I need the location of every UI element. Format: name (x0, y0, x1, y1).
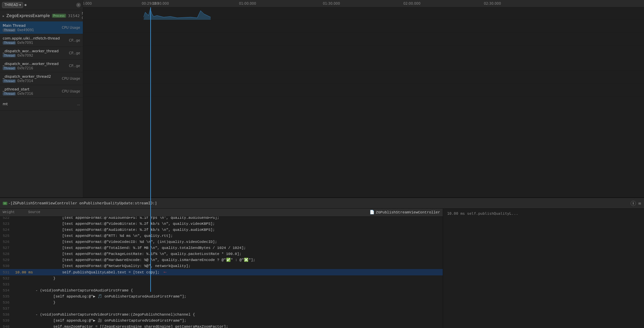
code-row: 522 [text appendFormat:@"AudioSendFPS: %… (0, 217, 443, 221)
thread-item-3[interactable]: _dispatch_wor...worker_thread Thread 0xf… (0, 60, 83, 72)
thread-name-0: Main Thread (3, 23, 62, 28)
code-row: 530 [text appendFormat:@"NetworkQuality:… (0, 263, 443, 269)
code-line-number: 527 (0, 245, 12, 251)
code-source: [self appendLog:@"▶ 🎵 onPublisherCapture… (36, 293, 443, 300)
code-row: 53110.00 ms self.publishQualityLabel.tex… (0, 269, 443, 275)
bottom-area: M -[ZGPublishStreamViewController onPubl… (0, 197, 644, 328)
col-source-header: Source (28, 209, 40, 215)
track-row-5 (83, 71, 644, 84)
thread-item-4[interactable]: _dispatch_worker_thread2 Thread 0xfe7314… (0, 72, 83, 85)
time-mark-3: 01:00.000 (239, 2, 256, 5)
thread-name-5: _pthread_start (3, 87, 62, 91)
code-row: 529 [text appendFormat:@"HardwareEncode:… (0, 257, 443, 263)
code-row: 536 } (0, 300, 443, 306)
thread-name-2: _dispatch_wor...worker_thread (3, 49, 69, 53)
process-name: ZegoExpressExample (6, 13, 50, 18)
thread-info-6: mt (3, 102, 77, 106)
file-tab: 📄 ZGPublishStreamViewController (370, 209, 440, 215)
track-row-2 (83, 33, 644, 46)
code-panel: Weight Source 📄 ZGPublishStreamViewContr… (0, 209, 443, 328)
thread-item-5[interactable]: _pthread_start Thread 0xfe7316 CPU Usage (0, 85, 83, 98)
thread-dropdown[interactable]: THREAD ▾ (2, 2, 23, 8)
thread-info-4: _dispatch_worker_thread2 Thread 0xfe7314 (3, 74, 62, 83)
thread-item-1[interactable]: com.apple.uiki...ntfetch-thread Thread 0… (0, 34, 83, 47)
code-row: 534- (void)onPublisherCapturedAudioFirst… (0, 287, 443, 293)
top-area: THREAD ▾ ✕ ▸ ZegoExpressExample Process … (0, 0, 644, 197)
process-row: ▸ ZegoExpressExample Process 31542 No Gr… (0, 10, 83, 21)
track-row-0 (83, 7, 644, 20)
code-line-number: 536 (0, 300, 12, 306)
thread-hex-4: 0xfe7314 (17, 79, 33, 83)
bottom-toolbar: M -[ZGPublishStreamViewController onPubl… (0, 198, 644, 209)
thread-hex-5: 0xfe7316 (17, 92, 33, 95)
right-annotation: 10.00 ms self.publishQualityL... (447, 211, 518, 216)
filename: ZGPublishStreamViewController (376, 209, 440, 215)
sparkline-0 (83, 7, 644, 20)
time-mark-6: 02:30.000 (484, 2, 501, 5)
code-line-number: 531 (0, 269, 12, 275)
time-ruler: 00:00.000 00:29.189 00:30.000 01:00.000 … (83, 0, 644, 7)
code-line-number: 524 (0, 227, 12, 233)
code-source: - (void)onPublisherCapturedVideoFirstFra… (36, 312, 443, 318)
thread-name-1: com.apple.uiki...ntfetch-thread (3, 36, 69, 41)
code-line-number: 523 (0, 221, 12, 227)
code-source: } (36, 275, 443, 281)
code-source: [text appendFormat:@"NetworkQuality: %@"… (36, 263, 443, 269)
code-line-number: 525 (0, 233, 12, 239)
code-line-number: 535 (0, 293, 12, 300)
file-icon: 📄 (370, 209, 374, 215)
arrow-annotation: ← (161, 269, 167, 275)
code-source: [text appendFormat:@"TotalSend: %.3f MB … (36, 245, 443, 251)
thread-badge-0: Thread (3, 28, 16, 32)
code-line-number: 540 (0, 324, 12, 328)
thread-item-6[interactable]: mt ... (0, 98, 83, 111)
code-row: 523 [text appendFormat:@"VideoBitrate: %… (0, 221, 443, 227)
code-table[interactable]: 519 }520 NSMutableString *text = [NSMuta… (0, 217, 443, 328)
filter-dot (24, 4, 26, 6)
code-source: [text appendFormat:@"VideoCodecID: %d \n… (36, 239, 443, 245)
code-row: 539 [self appendLog:@"▶ 🎥 onPublisherCap… (0, 318, 443, 324)
code-line-number: 534 (0, 287, 12, 293)
thread-badge-1: Thread (3, 41, 16, 45)
thread-filter-row: THREAD ▾ ✕ (0, 0, 83, 10)
code-line-number: 537 (0, 306, 12, 312)
code-source: [self appendLog:@"▶ 🎥 onPublisherCapture… (36, 318, 443, 324)
track-row-4 (83, 58, 644, 71)
col-weight-header: Weight (3, 209, 26, 215)
process-badge: Process (52, 14, 66, 18)
code-row: 525 [text appendFormat:@"RTT: %d ms \n",… (0, 233, 443, 239)
time-cursor (150, 7, 151, 292)
code-line-number: 522 (0, 217, 12, 221)
time-mark-2: 00:30.000 (152, 2, 169, 5)
thread-label-6: ... (77, 102, 80, 106)
thread-badge-5: Thread (3, 92, 16, 95)
code-row: 537 (0, 306, 443, 312)
thread-label-5: CPU Usage (62, 89, 80, 93)
code-row: 532 } (0, 275, 443, 281)
thread-item-0[interactable]: Main Thread Thread 0xe49091 CPU Usage (0, 21, 83, 34)
annotation-panel: 10.00 ms self.publishQualityL... (443, 209, 644, 328)
code-row: 538- (void)onPublisherCapturedVideoFirst… (0, 312, 443, 318)
code-row: 540 self.maxZoomFactor = [[ZegoExpressEn… (0, 324, 443, 328)
thread-info-0: Main Thread Thread 0xe49091 (3, 23, 62, 32)
thread-item-2[interactable]: _dispatch_wor...worker_thread Thread 0xf… (0, 47, 83, 60)
thread-label-4: CPU Usage (62, 77, 80, 80)
time-mark-0: 00:00.000 (83, 2, 92, 5)
filter-close-icon[interactable]: ✕ (76, 3, 81, 7)
code-line-number: 533 (0, 281, 12, 287)
thread-info-1: com.apple.uiki...ntfetch-thread Thread 0… (3, 36, 69, 45)
code-line-number: 532 (0, 275, 12, 281)
dropdown-arrow: ▾ (19, 3, 21, 7)
bottom-info-icon[interactable]: ℹ (631, 201, 636, 206)
code-header: Weight Source 📄 ZGPublishStreamViewContr… (0, 209, 443, 217)
process-pid: 31542 (68, 14, 80, 18)
profile-button[interactable]: M -[ZGPublishStreamViewController onPubl… (3, 201, 157, 205)
code-source: [text appendFormat:@"VideoBitrate: %.2f … (36, 221, 443, 227)
code-source: self.maxZoomFactor = [[ZegoExpressEngine… (36, 324, 443, 328)
thread-dropdown-label: THREAD (4, 3, 18, 7)
thread-name-4: _dispatch_worker_thread2 (3, 74, 62, 79)
filter-icon[interactable]: ≡ (638, 201, 641, 206)
thread-badge-4: Thread (3, 79, 16, 83)
expand-icon[interactable]: ▸ (3, 14, 4, 18)
track-row-1 (83, 20, 644, 33)
